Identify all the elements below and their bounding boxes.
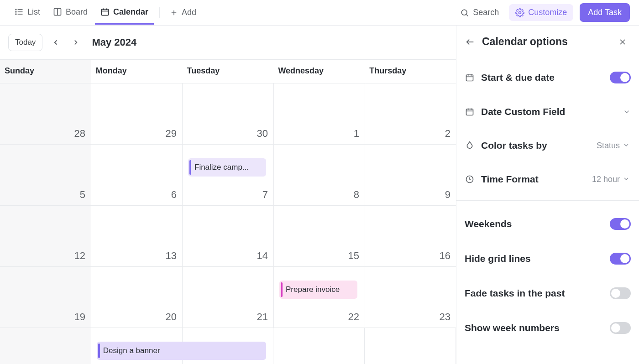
calendar-cell[interactable]: 29 [273,328,365,364]
date-number: 9 [445,189,450,201]
task-design-banner[interactable]: Design a banner [97,342,267,360]
calendar-cell[interactable]: 19 [0,267,91,328]
svg-point-16 [519,11,521,14]
today-label: Today [15,38,36,47]
option-label: Hide grid lines [465,253,603,264]
option-start-due-date[interactable]: Start & due date [465,62,631,94]
date-number: 7 [262,189,268,201]
svg-rect-24 [466,109,473,115]
month-label: May 2024 [92,36,136,48]
option-show-week-numbers[interactable]: Show week numbers [465,312,631,344]
calendar-cell[interactable]: 23 [365,267,456,328]
chevron-down-icon [623,175,631,183]
toggle-start-due[interactable] [610,72,631,83]
day-header-tuesday: Tuesday [183,60,274,83]
calendar-grid: Sunday Monday Tuesday Wednesday Thursday… [0,59,456,364]
option-label: Time Format [481,174,586,185]
day-header-thursday: Thursday [365,60,456,83]
option-label: Fade tasks in the past [465,288,603,299]
date-number: 29 [166,128,177,140]
search-button[interactable]: Search [456,5,503,20]
option-value-text: Status [597,141,620,151]
calendar-cell[interactable]: 5 [0,145,91,205]
option-weekends[interactable]: Weekends [465,208,631,240]
task-color-bar [281,282,283,297]
calendar-cell[interactable]: 1 [274,83,365,144]
svg-rect-8 [102,9,109,15]
chevron-left-icon [52,38,60,47]
calendar-header-row: Sunday Monday Tuesday Wednesday Thursday [0,59,456,83]
today-button[interactable]: Today [8,34,42,51]
task-color-bar [189,160,191,175]
calendar-cell[interactable]: 2 [365,83,456,144]
calendar-cell[interactable]: 14 [183,206,274,266]
option-label: Start & due date [481,72,603,83]
calendar-cell[interactable]: 6 [91,145,183,205]
tab-board[interactable]: Board [47,1,93,25]
task-finalize[interactable]: Finalize camp... [188,158,266,177]
date-number: 8 [354,189,359,201]
option-time-format[interactable]: Time Format 12 hour [465,164,631,195]
back-button[interactable] [465,36,476,47]
calendar-icon [100,7,110,16]
calendar-cell[interactable]: 16 [365,206,456,266]
tab-list[interactable]: List [9,1,46,25]
close-button[interactable] [617,36,628,47]
option-hide-grid-lines[interactable]: Hide grid lines [465,243,631,275]
date-number: 5 [80,189,85,201]
calendar-icon [465,107,475,117]
calendar-cell[interactable]: 21 [183,267,274,328]
task-label: Design a banner [103,346,160,355]
prev-month-button[interactable] [49,36,63,49]
svg-point-4 [16,11,16,12]
calendar-cell[interactable]: 13 [91,206,183,266]
droplet-icon [465,140,475,151]
option-date-custom-field[interactable]: Date Custom Field [465,96,631,127]
chevron-down-icon [623,141,631,150]
add-view-button[interactable]: Add [165,4,201,21]
option-color-tasks-by[interactable]: Color tasks by Status [465,130,631,161]
calendar-cell[interactable]: 30 [365,328,456,364]
svg-point-14 [462,10,467,15]
customize-button[interactable]: Customize [509,4,573,21]
date-number: 2 [445,128,450,140]
add-task-button[interactable]: Add Task [580,3,630,22]
calendar-cell[interactable]: 28 [0,83,91,144]
calendar-cell[interactable]: 12 [0,206,91,266]
calendar-cell[interactable]: 30 [183,83,274,144]
date-number: 12 [74,250,85,262]
svg-point-5 [16,14,16,15]
task-label: Prepare invoice [286,285,340,294]
task-prepare-invoice[interactable]: Prepare invoice [279,281,357,299]
date-number: 15 [348,250,359,262]
calendar-cell[interactable]: 26 [0,328,91,364]
option-value: 12 hour [592,175,631,184]
next-month-button[interactable] [69,36,83,49]
date-number: 16 [440,250,450,262]
option-fade-past[interactable]: Fade tasks in the past [465,277,631,309]
calendar-cell[interactable]: 20 [91,267,183,328]
svg-rect-20 [466,75,473,81]
calendar-cell[interactable]: 9 [365,145,456,205]
task-label: Finalize camp... [194,163,249,172]
tab-calendar[interactable]: Calendar [95,1,154,25]
calendar-cell[interactable]: 8 [274,145,365,205]
calendar-cell[interactable]: 29 [91,83,183,144]
chevron-down-icon [623,108,631,116]
calendar-cell[interactable]: Finalize camp... 7 [183,145,274,205]
calendar-row: 5 6 Finalize camp... 7 8 9 [0,145,456,206]
calendar-row: 28 29 30 1 2 [0,83,456,145]
calendar-cell[interactable]: Prepare invoice 22 [274,267,365,328]
toggle-weekends[interactable] [610,218,631,230]
calendar-cell[interactable]: 15 [274,206,365,266]
date-number: 28 [74,128,85,140]
date-number: 19 [74,311,85,323]
clock-icon [465,174,475,184]
arrow-left-icon [465,37,475,47]
toggle-hide-grid[interactable] [610,253,631,265]
toggle-fade-past[interactable] [610,287,631,299]
day-header-wednesday: Wednesday [273,60,365,83]
calendar-row: 19 20 21 Prepare invoice 22 23 [0,267,456,328]
panel-title: Calendar options [482,36,568,48]
toggle-week-numbers[interactable] [610,322,631,334]
